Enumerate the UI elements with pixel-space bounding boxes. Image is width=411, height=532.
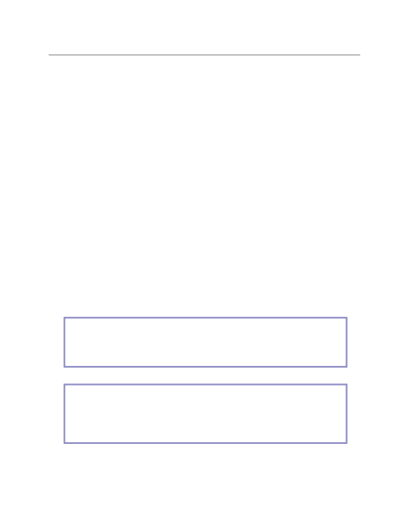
framed-box-2: [64, 384, 347, 444]
framed-box-1: [64, 317, 347, 367]
horizontal-rule: [49, 55, 360, 55]
